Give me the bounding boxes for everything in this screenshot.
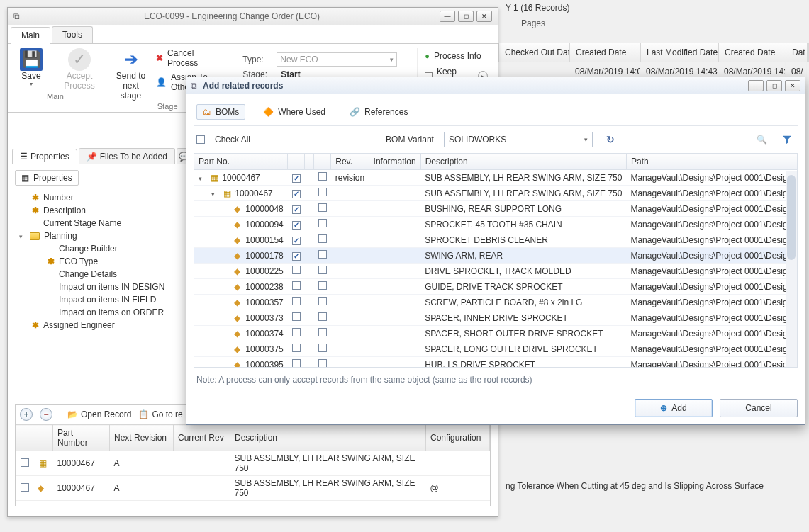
row-checkbox2[interactable] [318, 328, 327, 336]
search-button[interactable] [754, 132, 769, 147]
row-checkbox[interactable] [292, 221, 301, 230]
col-dat[interactable]: Dat [786, 43, 808, 62]
minimize-button[interactable]: — [440, 11, 455, 22]
dialog-titlebar[interactable]: ⧉ Add related records — ◻ ✕ [186, 77, 805, 94]
accept-process-button[interactable]: ✓ Accept Process [59, 48, 100, 91]
row-checkbox[interactable] [292, 359, 301, 368]
filter-button[interactable] [779, 132, 795, 147]
row-checkbox2[interactable] [318, 203, 327, 212]
row-checkbox2[interactable] [318, 250, 327, 259]
row-checkbox[interactable] [292, 205, 301, 214]
col-created[interactable]: Created Date [570, 43, 641, 62]
row-checkbox[interactable] [292, 328, 301, 336]
row-checkbox2[interactable] [318, 234, 327, 243]
check-all-checkbox[interactable] [196, 135, 205, 144]
row-checkbox2[interactable] [318, 266, 327, 274]
process-info-label[interactable]: Process Info [434, 51, 481, 61]
col-checked-out[interactable]: Checked Out Date [499, 43, 570, 62]
row-checkbox[interactable] [292, 312, 301, 321]
bom-row[interactable]: ◆ 10000048BUSHING, REAR SUPPORT LONGMana… [194, 201, 798, 217]
dialog-minimize-button[interactable]: — [748, 80, 764, 91]
col-config[interactable]: Configuration [426, 425, 490, 451]
col-check2[interactable] [314, 154, 331, 170]
row-checkbox2[interactable] [318, 172, 327, 181]
type-dropdown[interactable]: New ECO▾ [277, 52, 397, 67]
row-checkbox2[interactable] [318, 188, 327, 196]
maximize-button[interactable]: ◻ [458, 11, 474, 22]
tab-properties[interactable]: ☰ Properties [12, 149, 77, 164]
vertical-scrollbar[interactable] [786, 171, 797, 367]
affected-item-row[interactable]: ▦10000467ASUB ASSEMBLY, LH REAR SWING AR… [16, 451, 490, 476]
row-checkbox2[interactable] [318, 312, 327, 321]
bom-row[interactable]: ▾▦ 10000467revisionSUB ASSEMBLY, LH REAR… [194, 170, 798, 186]
row-checkbox[interactable] [292, 174, 301, 183]
dialog-maximize-button[interactable]: ◻ [766, 80, 782, 91]
cancel-process-button[interactable]: ✖ Cancel Process [156, 48, 222, 68]
row-checkbox[interactable] [21, 483, 29, 492]
bom-row[interactable]: ◆ 10000395HUB, LS DRIVE SPROCKETManageVa… [194, 357, 798, 368]
row-checkbox2[interactable] [318, 281, 327, 290]
col-description[interactable]: Description [420, 154, 626, 170]
row-checkbox[interactable] [292, 252, 301, 261]
assembly-icon: ▦ [208, 173, 220, 183]
required-icon: ✱ [48, 256, 55, 266]
col-part-number[interactable]: Part Number [53, 425, 110, 451]
bom-row[interactable]: ◆ 10000374SPACER, SHORT OUTER DRIVE SPRO… [194, 326, 798, 341]
row-checkbox[interactable] [292, 281, 301, 290]
save-button[interactable]: 💾 Save ▾ [11, 48, 52, 87]
bom-row[interactable]: ◆ 10000357SCREW, PARTICLE BOARD, #8 x 2i… [194, 295, 798, 310]
row-checkbox[interactable] [292, 297, 301, 305]
bom-row[interactable]: ◆ 10000375SPACER, LONG OUTER DRIVE SPROC… [194, 341, 798, 357]
bom-row[interactable]: ◆ 10000225DRIVE SPROCKET, TRACK MOLDEDMa… [194, 264, 798, 279]
col-rev[interactable]: Rev. [331, 154, 369, 170]
tab-files-to-add[interactable]: 📌 Files To be Added [79, 148, 175, 164]
sub-tab-properties[interactable]: ▦ Properties [15, 170, 79, 186]
bom-row[interactable]: ◆ 10000094SPROCKET, 45 TOOTH #35 CHAINMa… [194, 217, 798, 232]
chevron-icon[interactable]: ▾ [199, 175, 206, 182]
row-checkbox2[interactable] [318, 219, 327, 227]
col-spacer[interactable] [305, 154, 314, 170]
col-next-rev[interactable]: Next Revision [110, 425, 174, 451]
row-checkbox2[interactable] [318, 297, 327, 305]
bom-variant-dropdown[interactable]: SOLIDWORKS▾ [444, 132, 593, 147]
bom-row[interactable]: ▾▦ 10000467SUB ASSEMBLY, LH REAR SWING A… [194, 186, 798, 201]
tab-references[interactable]: 🔗References [343, 104, 414, 120]
add-item-button[interactable]: + [20, 408, 33, 421]
col-created2[interactable]: Created Date [719, 43, 786, 62]
col-current-rev[interactable]: Current Rev [174, 425, 230, 451]
row-checkbox[interactable] [292, 344, 301, 352]
bom-row[interactable]: ◆ 10000178SWING ARM, REARManageVault\Des… [194, 248, 798, 264]
tab-where-used[interactable]: 🔶Where Used [257, 104, 332, 120]
col-path[interactable]: Path [626, 154, 798, 170]
tab-boms[interactable]: 🗂BOMs [196, 104, 245, 120]
col-partno[interactable]: Part No. [194, 154, 288, 170]
tab-tools[interactable]: Tools [52, 26, 93, 43]
chevron-icon[interactable]: ▾ [211, 191, 218, 198]
cancel-button[interactable]: Cancel [720, 399, 798, 417]
row-checkbox[interactable] [292, 237, 301, 245]
col-info[interactable]: Information [369, 154, 420, 170]
bom-row[interactable]: ◆ 10000373SPACER, INNER DRIVE SPROCKETMa… [194, 310, 798, 326]
tab-main[interactable]: Main [11, 27, 50, 44]
send-next-stage-button[interactable]: ➔ Send to next stage [113, 48, 149, 101]
row-checkbox2[interactable] [318, 359, 327, 368]
open-record-button[interactable]: 📂 Open Record [67, 409, 131, 419]
col-modified[interactable]: Last Modified Date [641, 43, 719, 62]
row-checkbox[interactable] [21, 458, 29, 467]
col-check1[interactable] [288, 154, 305, 170]
close-button[interactable]: ✕ [476, 11, 492, 22]
row-checkbox[interactable] [292, 190, 301, 198]
col-desc[interactable]: Description [230, 425, 426, 451]
row-checkbox2[interactable] [318, 344, 327, 352]
goto-record-button[interactable]: 📋 Go to re [138, 409, 182, 419]
add-button[interactable]: ⊕Add [635, 399, 713, 417]
affected-item-row[interactable]: ◆10000467ASUB ASSEMBLY, LH REAR SWING AR… [16, 476, 490, 501]
refresh-button[interactable] [603, 132, 618, 147]
dialog-close-button[interactable]: ✕ [785, 80, 800, 91]
bom-row[interactable]: ◆ 10000238GUIDE, DRIVE TRACK SPROCKETMan… [194, 279, 798, 295]
scroll-thumb[interactable] [787, 175, 796, 260]
remove-item-button[interactable]: − [40, 408, 52, 421]
eco-titlebar[interactable]: ⧉ ECO-0099 - Engineering Change Order (E… [8, 8, 498, 25]
bom-row[interactable]: ◆ 10000154SPROCKET DEBRIS CLEANERManageV… [194, 232, 798, 248]
row-checkbox[interactable] [292, 266, 301, 274]
